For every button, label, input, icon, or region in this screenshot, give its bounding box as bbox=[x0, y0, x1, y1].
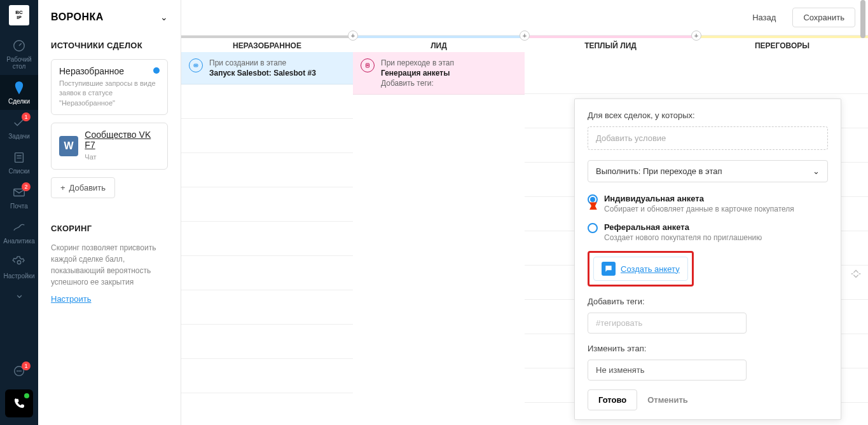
add-source-button[interactable]: + Добавить bbox=[51, 177, 115, 198]
change-stage-label: Изменить этап: bbox=[588, 344, 828, 353]
execute-when-select[interactable]: Выполнить: При переходе в этап ⌄ bbox=[588, 160, 828, 182]
plus-icon: + bbox=[60, 183, 65, 192]
stage-lead[interactable]: +ЛИД bbox=[353, 36, 525, 52]
svg-rect-1 bbox=[15, 153, 24, 163]
stages-header: НЕРАЗОБРАННОЕ +ЛИД +ТЕПЛЫЙ ЛИД +ПЕРЕГОВО… bbox=[181, 36, 868, 52]
status-dot bbox=[153, 67, 160, 74]
nav-analytics[interactable]: Аналитика bbox=[0, 215, 38, 250]
done-button[interactable]: Готово bbox=[588, 389, 637, 410]
vertical-scrollbar[interactable] bbox=[860, 0, 867, 425]
radio-desc: Создает нового покупателя по приглашению bbox=[604, 233, 762, 242]
svg-point-10 bbox=[196, 65, 197, 66]
badge: 2 bbox=[22, 182, 31, 191]
scrollbar-thumb[interactable] bbox=[860, 0, 865, 38]
stage-warm-lead[interactable]: +ТЕПЛЫЙ ЛИД bbox=[525, 36, 696, 52]
trigger-salesbot[interactable]: При создании в этапе Запуск Salesbot: Sa… bbox=[181, 52, 353, 84]
source-sub: Чат bbox=[85, 152, 160, 162]
lists-icon bbox=[11, 150, 27, 165]
nav-tasks[interactable]: 1 Задачи bbox=[0, 110, 38, 145]
trigger-title: Запуск Salesbot: Salesbot #3 bbox=[209, 69, 316, 78]
trigger-when: При переходе в этап bbox=[381, 58, 454, 67]
radio-referral[interactable]: Реферальная анкета Создает нового покупа… bbox=[588, 222, 828, 242]
analytics-icon bbox=[11, 220, 27, 235]
logo-line2: IP bbox=[17, 15, 22, 20]
stage-label: НЕРАЗОБРАННОЕ bbox=[233, 41, 301, 50]
nav-label: Аналитика bbox=[3, 238, 35, 245]
source-name: Сообщество VK F7 bbox=[85, 130, 160, 150]
create-questionnaire-button[interactable]: Создать анкету bbox=[593, 257, 688, 281]
phone-button[interactable] bbox=[5, 389, 33, 417]
add-label: Добавить bbox=[69, 183, 106, 192]
nav-label: Сделки bbox=[8, 98, 30, 105]
add-stage-icon[interactable]: + bbox=[520, 30, 530, 41]
svg-point-3 bbox=[17, 260, 21, 264]
badge: 1 bbox=[22, 112, 31, 121]
pipeline-title: ВОРОНКА bbox=[51, 11, 104, 23]
sources-heading: ИСТОЧНИКИ СДЕЛОК bbox=[51, 41, 168, 50]
source-unresolved[interactable]: Неразобранное Поступившие запросы в виде… bbox=[51, 59, 168, 115]
nav-label: Почта bbox=[10, 203, 28, 210]
robot-icon bbox=[189, 58, 203, 72]
scoring-desc: Скоринг позволяет присвоить каждой сделк… bbox=[51, 242, 168, 288]
source-name: Неразобранное bbox=[59, 66, 160, 76]
nav-dashboard[interactable]: Рабочий стол bbox=[0, 33, 38, 75]
trigger-config-panel: Для всех сделок, у которых: Добавить усл… bbox=[574, 98, 841, 420]
tags-label: Добавить теги: bbox=[588, 297, 828, 306]
stage-label: ЛИД bbox=[431, 41, 447, 50]
status-dot bbox=[24, 393, 29, 398]
svg-point-7 bbox=[20, 371, 21, 372]
radio-desc: Собирает и обновляет данные в карточке п… bbox=[604, 205, 794, 213]
trigger-sub: Добавить теги: bbox=[381, 79, 454, 88]
add-condition-box[interactable]: Добавить условие bbox=[588, 126, 828, 150]
change-stage-input[interactable] bbox=[588, 360, 747, 381]
settings-icon bbox=[11, 255, 27, 270]
trigger-title: Генерация анкеты bbox=[381, 69, 454, 78]
nav-deals[interactable]: Сделки bbox=[0, 75, 38, 110]
column-1: При переходе в этап Генерация анкеты Доб… bbox=[353, 52, 525, 425]
tags-input[interactable] bbox=[588, 313, 747, 334]
cancel-button[interactable]: Отменить bbox=[647, 395, 688, 405]
message-icon bbox=[602, 262, 616, 276]
radio-individual[interactable]: Индивидуальная анкета Собирает и обновля… bbox=[588, 194, 828, 213]
nav-settings[interactable]: Настройки bbox=[0, 250, 38, 285]
select-value: Выполнить: При переходе в этап bbox=[596, 166, 722, 176]
form-icon bbox=[361, 58, 375, 72]
column-0: При создании в этапе Запуск Salesbot: Sa… bbox=[181, 52, 353, 425]
deals-icon bbox=[11, 80, 27, 95]
chevron-down-icon[interactable]: ⌄ bbox=[160, 12, 168, 22]
stage-label: ТЕПЛЫЙ ЛИД bbox=[584, 41, 637, 50]
source-vk[interactable]: W Сообщество VK F7 Чат bbox=[51, 123, 168, 169]
chevron-down-icon: ⌄ bbox=[813, 166, 820, 176]
svg-point-6 bbox=[19, 371, 20, 372]
stage-negotiations[interactable]: +ПЕРЕГОВОРЫ bbox=[696, 36, 868, 52]
highlight-box: Создать анкету bbox=[588, 251, 694, 287]
add-stage-icon[interactable]: + bbox=[348, 30, 358, 41]
create-link-label: Создать анкету bbox=[621, 264, 680, 274]
radio-title: Реферальная анкета bbox=[604, 222, 762, 232]
stage-label: ПЕРЕГОВОРЫ bbox=[755, 41, 809, 50]
nav-chat[interactable]: 1 bbox=[0, 359, 38, 384]
trigger-questionnaire[interactable]: При переходе в этап Генерация анкеты Доб… bbox=[353, 52, 525, 95]
save-button[interactable]: Сохранить bbox=[792, 8, 855, 27]
nav-lists[interactable]: Списки bbox=[0, 145, 38, 180]
back-button[interactable]: Назад bbox=[742, 8, 786, 27]
sidebar: ВОРОНКА ⌄ ИСТОЧНИКИ СДЕЛОК Неразобранное… bbox=[38, 0, 181, 425]
rail-more[interactable]: ⌄ bbox=[15, 285, 24, 304]
nav-rail: BC IP Рабочий стол Сделки 1 Задачи Списк… bbox=[0, 0, 38, 425]
badge: 1 bbox=[22, 361, 31, 370]
nav-mail[interactable]: 2 Почта bbox=[0, 180, 38, 215]
radio-icon bbox=[588, 194, 598, 205]
dashboard-icon bbox=[11, 38, 27, 53]
trigger-when: При создании в этапе bbox=[209, 58, 316, 67]
stage-unresolved[interactable]: НЕРАЗОБРАННОЕ bbox=[181, 36, 353, 52]
app-logo[interactable]: BC IP bbox=[9, 5, 29, 25]
vk-icon: W bbox=[59, 136, 78, 156]
radio-icon bbox=[588, 223, 598, 233]
nav-label: Рабочий стол bbox=[0, 56, 38, 70]
nav-label: Задачи bbox=[8, 133, 30, 140]
radio-title: Индивидуальная анкета bbox=[604, 194, 794, 203]
scoring-configure-link[interactable]: Настроить bbox=[51, 294, 92, 304]
main-area: Назад Сохранить НЕРАЗОБРАННОЕ +ЛИД +ТЕПЛ… bbox=[181, 0, 868, 425]
nav-label: Настройки bbox=[3, 273, 34, 280]
add-stage-icon[interactable]: + bbox=[691, 30, 701, 41]
